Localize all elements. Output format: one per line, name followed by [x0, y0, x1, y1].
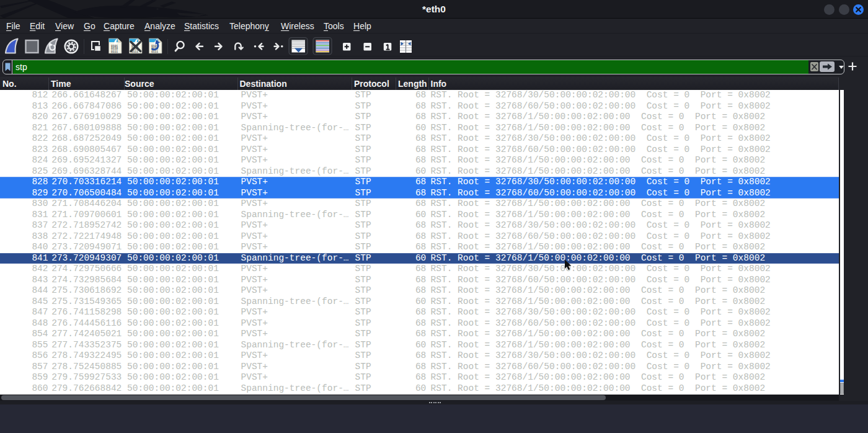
svg-text:0111: 0111 — [111, 50, 118, 53]
